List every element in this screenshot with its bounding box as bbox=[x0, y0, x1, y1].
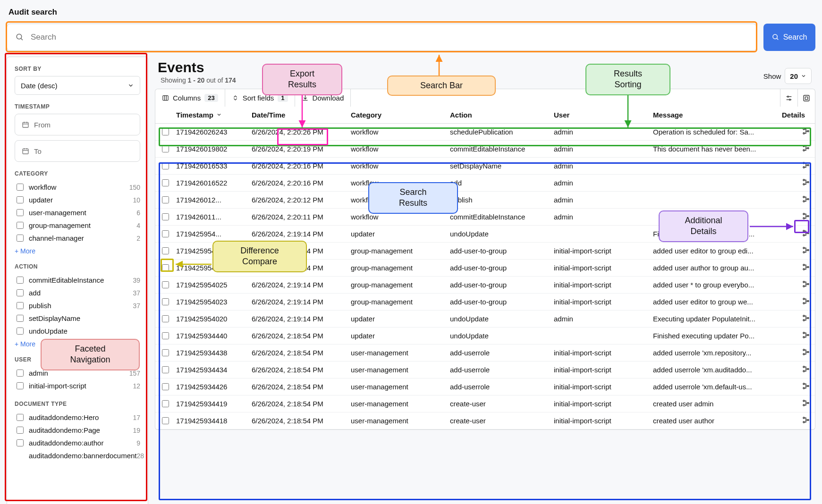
row-checkbox[interactable] bbox=[162, 247, 169, 254]
facet-item-label[interactable]: auditaddondemo:author bbox=[15, 438, 136, 448]
facet-checkbox[interactable] bbox=[17, 414, 24, 421]
details-button[interactable] bbox=[802, 297, 810, 305]
svg-point-24 bbox=[803, 145, 805, 147]
col-timestamp[interactable]: Timestamp bbox=[171, 107, 247, 124]
details-button[interactable] bbox=[802, 229, 810, 237]
table-row[interactable]: 17194260262436/26/2024, 2:20:26 PMworkfl… bbox=[155, 124, 815, 141]
page-size-select[interactable]: 20 bbox=[785, 68, 812, 84]
row-checkbox[interactable] bbox=[162, 298, 169, 305]
details-button[interactable] bbox=[802, 416, 810, 424]
columns-button[interactable]: Columns 23 bbox=[155, 89, 225, 107]
facet-item-label[interactable]: workflow bbox=[15, 182, 129, 192]
svg-point-25 bbox=[803, 150, 805, 151]
table-row[interactable]: 17194259540236/26/2024, 2:19:14 PMgroup-… bbox=[155, 294, 815, 311]
facet-item-label[interactable]: updater bbox=[15, 195, 133, 205]
row-checkbox[interactable] bbox=[162, 349, 169, 356]
facet-item-label[interactable]: undoUpdate bbox=[15, 326, 140, 336]
search-input[interactable] bbox=[30, 32, 748, 42]
facet-checkbox[interactable] bbox=[17, 235, 24, 242]
details-button[interactable] bbox=[802, 144, 810, 152]
facet-checkbox[interactable] bbox=[17, 196, 24, 203]
facet-checkbox[interactable] bbox=[17, 184, 24, 191]
row-checkbox[interactable] bbox=[162, 145, 169, 152]
facet-checkbox[interactable] bbox=[17, 382, 24, 389]
filter-settings-button[interactable] bbox=[780, 89, 797, 107]
details-button[interactable] bbox=[802, 263, 810, 271]
facet-checkbox[interactable] bbox=[17, 427, 24, 434]
table-row[interactable]: 17194259344386/26/2024, 2:18:54 PMuser-m… bbox=[155, 344, 815, 361]
facet-item-label[interactable]: auditaddondemo:Hero bbox=[15, 412, 133, 422]
details-button[interactable] bbox=[802, 365, 810, 373]
col-datetime[interactable]: Date/Time bbox=[247, 107, 346, 124]
row-checkbox[interactable] bbox=[162, 315, 169, 322]
facet-checkbox[interactable] bbox=[17, 289, 24, 296]
row-checkbox[interactable] bbox=[162, 281, 169, 288]
details-button[interactable] bbox=[802, 161, 810, 169]
details-button[interactable] bbox=[802, 127, 810, 135]
facet-checkbox[interactable] bbox=[17, 277, 24, 284]
col-category[interactable]: Category bbox=[346, 107, 445, 124]
facet-item-label[interactable]: auditaddondemo:bannerdocument bbox=[15, 451, 137, 461]
row-checkbox[interactable] bbox=[162, 400, 169, 407]
col-user[interactable]: User bbox=[549, 107, 648, 124]
sort-select[interactable]: Date (desc) bbox=[15, 76, 140, 95]
date-from-input[interactable]: From bbox=[15, 114, 140, 135]
fullscreen-button[interactable] bbox=[797, 89, 815, 107]
search-button[interactable]: Search bbox=[763, 24, 815, 51]
facet-item-label[interactable]: setDisplayName bbox=[15, 313, 140, 323]
table-row[interactable]: 17194259540206/26/2024, 2:19:14 PMupdate… bbox=[155, 311, 815, 328]
table-row[interactable]: 17194260165226/26/2024, 2:20:16 PMworkfl… bbox=[155, 175, 815, 192]
table-row[interactable]: 17194259344196/26/2024, 2:18:54 PMuser-m… bbox=[155, 395, 815, 412]
search-box[interactable] bbox=[7, 24, 757, 51]
table-row[interactable]: 17194259344186/26/2024, 2:18:54 PMuser-m… bbox=[155, 412, 815, 429]
facet-item-label[interactable]: publish bbox=[15, 301, 133, 311]
facet-item-label[interactable]: user-management bbox=[15, 208, 136, 218]
facet-checkbox[interactable] bbox=[17, 328, 24, 335]
facet-item-label[interactable]: group-management bbox=[15, 220, 136, 230]
row-checkbox[interactable] bbox=[162, 128, 169, 135]
facet-item-label[interactable]: commitEditableInstance bbox=[15, 275, 133, 285]
table-row[interactable]: 1719426012...6/26/2024, 2:20:12 PMworkfl… bbox=[155, 192, 815, 209]
details-button[interactable] bbox=[802, 348, 810, 356]
row-checkbox[interactable] bbox=[162, 213, 169, 220]
row-checkbox[interactable] bbox=[162, 196, 169, 203]
details-button[interactable] bbox=[802, 331, 810, 339]
table-row[interactable]: 17194260198026/26/2024, 2:20:19 PMworkfl… bbox=[155, 141, 815, 158]
details-button[interactable] bbox=[802, 246, 810, 254]
table-row[interactable]: 17194259540256/26/2024, 2:19:14 PMgroup-… bbox=[155, 277, 815, 294]
table-row[interactable]: 17194259344266/26/2024, 2:18:54 PMuser-m… bbox=[155, 378, 815, 395]
facet-item-label[interactable]: channel-manager bbox=[15, 233, 136, 243]
table-row[interactable]: 17194259344346/26/2024, 2:18:54 PMuser-m… bbox=[155, 361, 815, 378]
details-button[interactable] bbox=[802, 314, 810, 322]
row-checkbox[interactable] bbox=[162, 332, 169, 339]
category-more-link[interactable]: + More bbox=[15, 247, 35, 255]
facet-item-label[interactable]: add bbox=[15, 288, 133, 298]
col-message[interactable]: Message bbox=[648, 107, 777, 124]
details-button[interactable] bbox=[802, 212, 810, 220]
table-row[interactable]: 17194259344406/26/2024, 2:18:54 PMupdate… bbox=[155, 328, 815, 344]
facet-checkbox[interactable] bbox=[17, 209, 24, 216]
facet-checkbox[interactable] bbox=[17, 439, 24, 446]
facet-item-label[interactable]: auditaddondemo:Page bbox=[15, 425, 133, 435]
facet-item-label[interactable]: initial-import-script bbox=[15, 381, 133, 391]
details-button[interactable] bbox=[802, 382, 810, 390]
facet-checkbox[interactable] bbox=[17, 222, 24, 229]
details-button[interactable] bbox=[802, 280, 810, 288]
col-action[interactable]: Action bbox=[445, 107, 549, 124]
facet-checkbox[interactable] bbox=[17, 370, 24, 377]
details-button[interactable] bbox=[802, 195, 810, 203]
row-checkbox[interactable] bbox=[162, 230, 169, 237]
facet-checkbox[interactable] bbox=[17, 302, 24, 309]
date-to-input[interactable]: To bbox=[15, 140, 140, 162]
row-checkbox[interactable] bbox=[162, 162, 169, 169]
action-more-link[interactable]: + More bbox=[15, 340, 35, 348]
row-checkbox[interactable] bbox=[162, 264, 169, 271]
row-checkbox[interactable] bbox=[162, 383, 169, 390]
table-row[interactable]: 17194260165336/26/2024, 2:20:16 PMworkfl… bbox=[155, 158, 815, 175]
row-checkbox[interactable] bbox=[162, 179, 169, 186]
row-checkbox[interactable] bbox=[162, 366, 169, 373]
facet-checkbox[interactable] bbox=[17, 315, 24, 322]
row-checkbox[interactable] bbox=[162, 417, 169, 424]
details-button[interactable] bbox=[802, 399, 810, 407]
details-button[interactable] bbox=[802, 178, 810, 186]
